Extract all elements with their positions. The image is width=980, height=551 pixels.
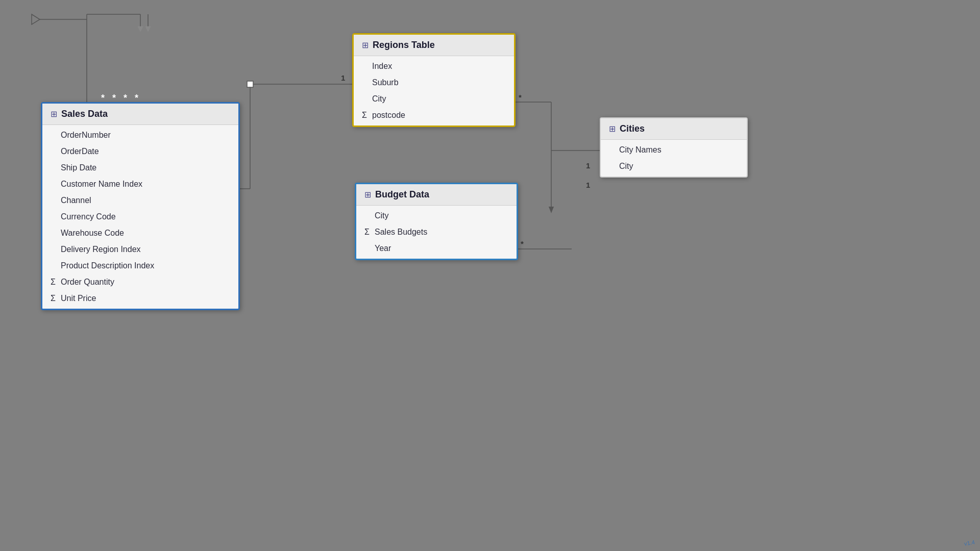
- sales-data-table-icon: ⊞: [51, 109, 57, 119]
- field-postcode: postcode: [354, 107, 514, 123]
- cities-table-icon: ⊞: [609, 124, 616, 134]
- budget-header: ⊞ Budget Data: [356, 184, 517, 206]
- field-unit-price: Unit Price: [42, 290, 238, 307]
- sales-data-table: ⊞ Sales Data OrderNumber OrderDate Ship …: [41, 102, 240, 310]
- budget-table-icon: ⊞: [364, 190, 371, 199]
- field-order-quantity: Order Quantity: [42, 274, 238, 290]
- field-sales-budgets: Sales Budgets: [356, 224, 517, 240]
- field-index: Index: [354, 58, 514, 74]
- cities-header: ⊞ Cities: [601, 118, 747, 140]
- arrow-regions-cities: [549, 207, 554, 212]
- label-star-regions: *: [519, 93, 522, 102]
- regions-table: ⊞ Regions Table Index Suburb City postco…: [352, 33, 516, 127]
- field-order-number: OrderNumber: [42, 127, 238, 143]
- field-customer-name: Customer Name Index: [42, 176, 238, 192]
- cities-body: City Names City: [601, 140, 747, 177]
- arrow-down-2: [145, 27, 151, 32]
- cities-table: ⊞ Cities City Names City: [600, 117, 748, 178]
- label-star-budget: *: [521, 239, 524, 248]
- cities-title: Cities: [620, 123, 645, 134]
- junction-square-sales: [247, 81, 253, 87]
- down-arrow-cities: [549, 207, 554, 213]
- field-budget-city: City: [356, 208, 517, 224]
- star1: *: [101, 93, 105, 103]
- sales-data-header: ⊞ Sales Data: [42, 104, 238, 125]
- label-1-regions: 1: [341, 73, 345, 82]
- star2: *: [112, 93, 116, 103]
- label-1-cities-bot: 1: [586, 181, 590, 189]
- field-product-desc: Product Description Index: [42, 258, 238, 274]
- field-city: City: [354, 91, 514, 107]
- field-city: City: [601, 158, 747, 174]
- field-suburb: Suburb: [354, 74, 514, 91]
- play-icon[interactable]: [32, 14, 40, 24]
- budget-data-table: ⊞ Budget Data City Sales Budgets Year: [355, 183, 518, 260]
- star3: *: [124, 93, 127, 103]
- field-city-names: City Names: [601, 142, 747, 158]
- sales-data-body[interactable]: OrderNumber OrderDate Ship Date Customer…: [42, 125, 238, 309]
- budget-body: City Sales Budgets Year: [356, 206, 517, 259]
- sales-data-title: Sales Data: [61, 109, 108, 119]
- regions-table-icon: ⊞: [362, 40, 369, 50]
- regions-title: Regions Table: [373, 40, 435, 51]
- arrow-down-1: [138, 27, 143, 32]
- regions-body[interactable]: Index Suburb City postcode: [354, 56, 514, 126]
- field-order-date: OrderDate: [42, 143, 238, 160]
- label-1-cities-top: 1: [586, 161, 590, 170]
- field-year: Year: [356, 240, 517, 257]
- watermark: v1.4: [964, 539, 975, 546]
- regions-header: ⊞ Regions Table: [354, 35, 514, 56]
- field-delivery-region: Delivery Region Index: [42, 241, 238, 258]
- field-ship-date: Ship Date: [42, 160, 238, 176]
- budget-title: Budget Data: [375, 189, 429, 200]
- field-currency-code: Currency Code: [42, 209, 238, 225]
- field-channel: Channel: [42, 192, 238, 209]
- star4: *: [135, 93, 138, 103]
- field-warehouse-code: Warehouse Code: [42, 225, 238, 241]
